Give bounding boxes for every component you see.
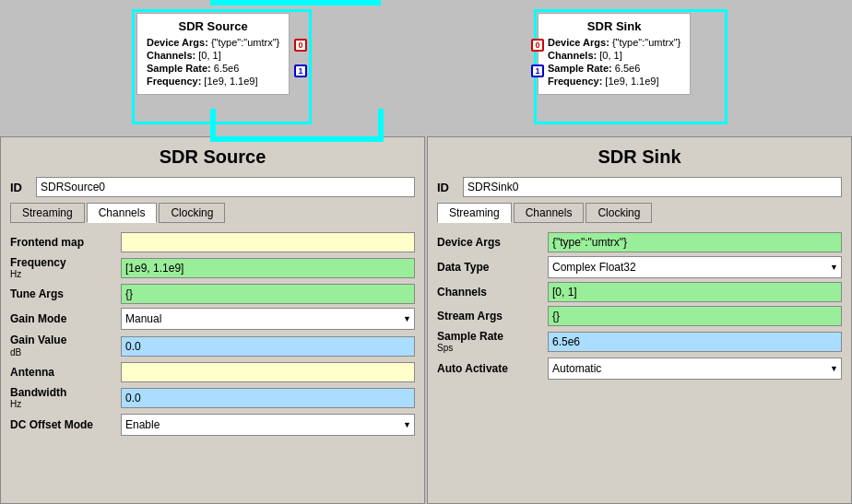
sink-data-type-label: Data Type [437,261,548,274]
sink-stream-args-row: Stream Args [437,306,842,326]
sink-channels-label: Channels [437,286,548,299]
sink-tab-channels[interactable]: Channels [514,203,585,223]
source-dc-offset-select[interactable]: Enable Disable [121,414,415,436]
source-id-row: ID [10,177,415,197]
source-gain-mode-label: Gain Mode [10,312,121,325]
sink-auto-activate-label: Auto Activate [437,362,548,375]
sink-data-type-row: Data Type Complex Float32 Complex Int16 … [437,256,842,278]
sink-stream-args-label: Stream Args [437,310,548,322]
sink-sample-rate-input[interactable] [548,332,842,352]
source-dc-offset-row: DC Offset Mode Enable Disable [10,414,415,436]
connector-line-2 [210,136,381,142]
source-tab-channels[interactable]: Channels [87,203,158,223]
diagram-area: SDR Source Device Args: {"type":"umtrx"}… [0,0,852,136]
source-gain-value-label: Gain Value dB [10,334,121,357]
source-antenna-input[interactable] [121,362,415,382]
source-frequency-row: Frequency Hz [10,256,415,280]
connector-line-4 [210,0,381,6]
source-panel: SDR Source ID Streaming Channels Clockin… [0,136,425,504]
sdr-sink-node: SDR Sink Device Args: {"type":"umtrx"} C… [538,13,691,95]
sink-auto-activate-row: Auto Activate Automatic Manual [437,357,842,380]
sdr-source-title: SDR Source [147,19,279,33]
sink-tab-clocking[interactable]: Clocking [586,203,652,223]
sink-tabs: Streaming Channels Clocking [437,203,842,223]
source-frontend-map-label: Frontend map [10,236,121,249]
panels-area: SDR Source ID Streaming Channels Clockin… [0,136,852,504]
sink-id-row: ID [437,177,842,197]
source-gain-value-input[interactable] [121,336,415,357]
source-tune-args-input[interactable] [121,284,415,304]
source-id-label: ID [10,181,29,194]
sink-data-type-select[interactable]: Complex Float32 Complex Int16 Float32 [548,256,842,278]
sink-id-label: ID [437,181,456,194]
source-panel-title: SDR Source [10,147,415,168]
source-bandwidth-label: Bandwidth Hz [10,386,121,410]
source-tab-streaming[interactable]: Streaming [10,203,85,223]
source-gain-mode-row: Gain Mode Manual Auto [10,308,415,330]
sink-sample-rate-row: Sample Rate Sps [437,330,842,354]
source-gain-value-row: Gain Value dB [10,334,415,357]
source-gain-mode-select[interactable]: Manual Auto [121,308,415,330]
sink-form: Device Args Data Type Complex Float32 Co… [437,232,842,380]
sink-tab-streaming[interactable]: Streaming [437,203,512,223]
source-tune-args-label: Tune Args [10,287,121,300]
source-port-0[interactable]: 0 [294,39,307,52]
source-frequency-input[interactable] [121,258,415,278]
sink-stream-args-input[interactable] [548,306,842,326]
source-bandwidth-row: Bandwidth Hz [10,386,415,410]
source-form: Frontend map Frequency Hz Tune Args Gain… [10,232,415,436]
connector-line-1 [210,109,216,136]
source-frequency-label: Frequency Hz [10,256,121,280]
sink-device-args-label: Device Args [437,236,548,249]
sink-device-args-row: Device Args [437,232,842,252]
sink-device-args-input[interactable] [548,232,842,252]
connector-line-3 [378,109,384,142]
sink-auto-activate-select[interactable]: Automatic Manual [548,357,842,380]
sink-panel: SDR Sink ID Streaming Channels Clocking … [427,136,852,504]
source-port-1[interactable]: 1 [294,64,307,77]
source-frontend-map-row: Frontend map [10,232,415,252]
source-tabs: Streaming Channels Clocking [10,203,415,223]
source-antenna-row: Antenna [10,362,415,382]
source-tab-clocking[interactable]: Clocking [159,203,225,223]
source-tune-args-row: Tune Args [10,284,415,304]
source-gain-mode-wrapper: Manual Auto [121,308,415,330]
sdr-sink-title: SDR Sink [548,19,680,33]
sink-panel-title: SDR Sink [437,147,842,168]
sink-id-input[interactable] [463,177,842,197]
source-frontend-map-input[interactable] [121,232,415,252]
sink-port-0[interactable]: 0 [531,39,544,52]
source-id-input[interactable] [36,177,415,197]
source-dc-offset-label: DC Offset Mode [10,418,121,431]
sink-data-type-wrapper: Complex Float32 Complex Int16 Float32 [548,256,842,278]
sink-channels-input[interactable] [548,282,842,302]
sink-auto-activate-wrapper: Automatic Manual [548,357,842,380]
sink-channels-row: Channels [437,282,842,302]
sdr-source-node: SDR Source Device Args: {"type":"umtrx"}… [136,13,290,95]
source-dc-offset-wrapper: Enable Disable [121,414,415,436]
sink-port-1[interactable]: 1 [531,64,544,77]
source-antenna-label: Antenna [10,366,121,379]
source-bandwidth-input[interactable] [121,388,415,408]
sink-sample-rate-label: Sample Rate Sps [437,330,548,354]
